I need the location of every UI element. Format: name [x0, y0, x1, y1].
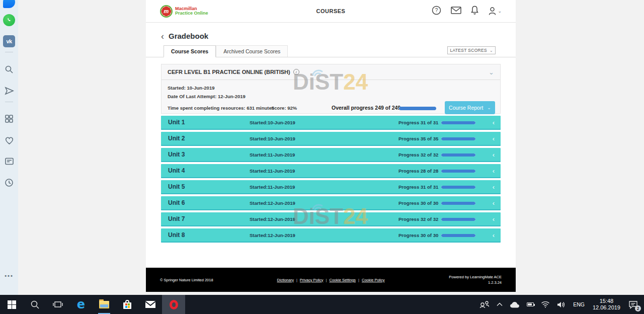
action-center-icon[interactable]: 2 — [624, 295, 644, 314]
bookmarks-heart-icon[interactable] — [3, 134, 15, 146]
tray-chevron-icon[interactable] — [493, 295, 506, 314]
unit-started-date: Started:12-Jun-2019 — [250, 200, 295, 206]
unit-progress-bar — [441, 121, 475, 124]
scores-filter-value: LATEST SCORES — [450, 48, 487, 53]
taskbar-search-icon[interactable] — [23, 295, 46, 314]
unit-label: Unit 3 — [168, 151, 185, 158]
course-collapse-chevron-icon[interactable]: ⌄ — [489, 68, 494, 76]
course-score: Score: 92% — [271, 105, 297, 111]
tab-archived-course-scores[interactable]: Archived Course Scores — [216, 45, 288, 57]
unit-progress-bar — [441, 170, 475, 173]
unit-started-date: Started:10-Jun-2019 — [250, 136, 295, 141]
help-icon[interactable]: ? — [432, 6, 441, 17]
notifications-bell-icon[interactable] — [471, 6, 478, 17]
messenger-icon[interactable] — [3, 0, 15, 8]
footer-link-privacy-policy[interactable]: Privacy Policy — [300, 278, 324, 282]
taskbar-clock[interactable]: 15:48 12.06.2019 — [589, 298, 624, 311]
mail-app-icon[interactable] — [139, 295, 162, 314]
back-chevron-icon[interactable]: ‹ — [161, 33, 164, 40]
course-report-label: Course Report — [449, 105, 483, 111]
footer-link-cookie-settings[interactable]: Cookie Settings — [330, 278, 356, 282]
sidebar-divider — [5, 52, 13, 52]
whatsapp-icon[interactable] — [3, 14, 15, 26]
course-report-button[interactable]: Course Report ⌄ — [445, 101, 495, 114]
unit-progress-bar — [441, 137, 475, 140]
account-chevron-icon: ⌄ — [498, 9, 502, 14]
personal-news-icon[interactable] — [3, 155, 15, 167]
wifi-icon[interactable] — [537, 295, 553, 314]
history-clock-icon[interactable] — [3, 177, 15, 189]
mpo-page: m Macmillan Practice Online COURSES ? — [146, 0, 516, 292]
my-flow-icon[interactable] — [3, 85, 15, 97]
browser-viewport: m Macmillan Practice Online COURSES ? — [18, 0, 644, 295]
people-icon[interactable] — [476, 295, 493, 314]
unit-progress-label: Progress 32 of 32 — [398, 152, 438, 158]
unit-expand-chevron-icon[interactable]: ‹ — [493, 167, 495, 175]
unit-started-date: Started:11-Jun-2019 — [250, 168, 295, 174]
chevron-down-icon: ⌄ — [487, 105, 491, 110]
unit-started-date: Started:12-Jun-2019 — [250, 232, 295, 238]
course-panel: CEFR LEVEL B1 PRACTICE ONLINE (BRITISH) … — [161, 64, 501, 114]
unit-row[interactable]: Unit 2 Started:10-Jun-2019 Progress 35 o… — [161, 132, 501, 146]
opera-icon[interactable] — [162, 295, 185, 314]
course-time-spent: Time spent completing resources: 631 min… — [168, 105, 274, 111]
unit-progress-bar — [441, 218, 475, 221]
unit-started-date: Started:11-Jun-2019 — [250, 184, 295, 190]
unit-expand-chevron-icon[interactable]: ‹ — [493, 183, 495, 191]
unit-row[interactable]: Unit 5 Started:11-Jun-2019 Progress 31 o… — [161, 180, 501, 194]
footer-link-cookie-policy[interactable]: Cookie Policy — [362, 278, 384, 282]
unit-progress-bar — [441, 234, 475, 237]
unit-list: Unit 1 Started:10-Jun-2019 Progress 31 o… — [161, 116, 501, 243]
store-icon[interactable] — [116, 295, 139, 314]
unit-progress-bar — [441, 153, 475, 156]
unit-label: Unit 4 — [168, 167, 185, 174]
unit-progress-label: Progress 28 of 28 — [398, 168, 438, 174]
taskbar-time: 15:48 — [593, 298, 620, 305]
tabs-bar: Course Scores Archived Course Scores LAT… — [146, 45, 516, 57]
unit-expand-chevron-icon[interactable]: ‹ — [493, 215, 495, 223]
unit-label: Unit 2 — [168, 135, 185, 142]
unit-label: Unit 1 — [168, 119, 185, 126]
unit-progress-label: Progress 30 of 30 — [398, 200, 438, 206]
overall-progress-bar — [399, 107, 436, 110]
overall-progress-label: Overall progress 249 of 249 — [332, 105, 400, 111]
battery-icon[interactable] — [523, 295, 537, 314]
unit-progress-bar — [441, 202, 475, 205]
scores-filter-dropdown[interactable]: LATEST SCORES ⌄ — [447, 46, 496, 54]
unit-progress-label: Progress 31 of 31 — [398, 120, 438, 125]
task-view-icon[interactable] — [46, 295, 69, 314]
search-icon[interactable] — [3, 63, 15, 75]
sidebar-more-icon[interactable]: ••• — [3, 270, 15, 282]
unit-label: Unit 6 — [168, 199, 185, 206]
unit-expand-chevron-icon[interactable]: ‹ — [493, 119, 495, 126]
onedrive-cloud-icon[interactable] — [506, 295, 523, 314]
unit-progress-label: Progress 35 of 35 — [398, 136, 438, 141]
volume-icon[interactable] — [553, 295, 569, 314]
unit-row[interactable]: Unit 4 Started:11-Jun-2019 Progress 28 o… — [161, 164, 501, 178]
account-icon[interactable]: ⌄ — [488, 7, 502, 16]
unit-progress-label: Progress 32 of 32 — [398, 216, 438, 222]
unit-expand-chevron-icon[interactable]: ‹ — [493, 151, 495, 159]
unit-row[interactable]: Unit 3 Started:11-Jun-2019 Progress 32 o… — [161, 148, 501, 162]
unit-row[interactable]: Unit 1 Started:10-Jun-2019 Progress 31 o… — [161, 116, 501, 130]
unit-expand-chevron-icon[interactable]: ‹ — [493, 231, 495, 239]
windows-taskbar: e ENG 15:48 12.06.2019 — [0, 295, 644, 314]
unit-expand-chevron-icon[interactable]: ‹ — [493, 199, 495, 207]
footer-link-dictionary[interactable]: Dictionary — [277, 278, 294, 282]
mail-icon[interactable] — [451, 7, 461, 16]
vk-icon[interactable]: vk — [3, 35, 15, 47]
language-indicator[interactable]: ENG — [569, 301, 589, 307]
unit-row[interactable]: Unit 6 Started:12-Jun-2019 Progress 30 o… — [161, 196, 501, 210]
tab-course-scores[interactable]: Course Scores — [164, 45, 216, 57]
unit-label: Unit 8 — [168, 231, 185, 239]
unit-expand-chevron-icon[interactable]: ‹ — [493, 135, 495, 142]
unit-row[interactable]: Unit 8 Started:12-Jun-2019 Progress 30 o… — [161, 228, 501, 243]
speed-dial-icon[interactable] — [3, 113, 15, 125]
edge-icon[interactable]: e — [69, 295, 93, 314]
version: 1.2.3.24 — [449, 280, 502, 285]
start-icon[interactable] — [0, 295, 23, 314]
info-icon[interactable]: i — [293, 69, 299, 75]
unit-progress-label: Progress 31 of 31 — [398, 184, 438, 190]
unit-row[interactable]: Unit 7 Started:12-Jun-2019 Progress 32 o… — [161, 212, 501, 226]
file-explorer-icon[interactable] — [93, 295, 116, 314]
